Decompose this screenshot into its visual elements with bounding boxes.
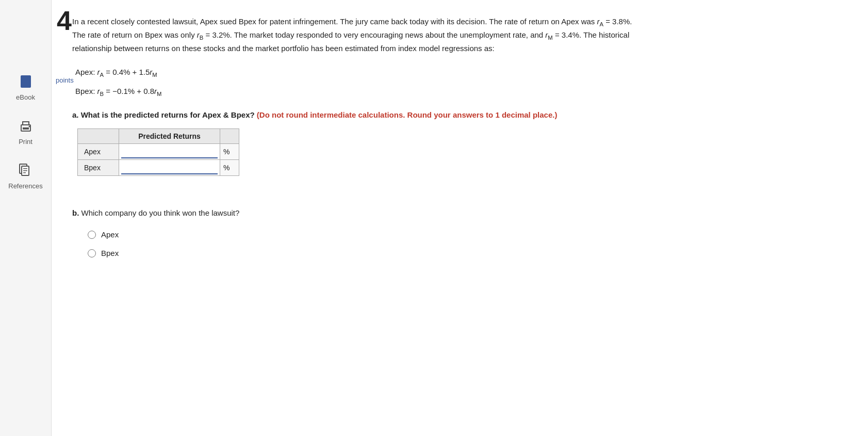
- apex-row-label: Apex: [78, 143, 119, 159]
- bpex-pct-label: %: [220, 159, 239, 175]
- sidebar-item-ebook[interactable]: eBook: [16, 72, 35, 101]
- apex-radio[interactable]: [88, 231, 96, 239]
- svg-rect-2: [22, 79, 29, 80]
- question-number: 4: [57, 5, 72, 36]
- apex-radio-label: Apex: [101, 229, 119, 241]
- table-row-apex: Apex %: [78, 143, 239, 159]
- ebook-label: eBook: [16, 93, 35, 101]
- references-label: References: [8, 182, 42, 190]
- print-label: Print: [19, 138, 32, 146]
- bpex-equation: Bpex: rB = −0.1% + 0.8rM: [75, 84, 640, 99]
- apex-input-cell[interactable]: [119, 143, 220, 159]
- bpex-row-label: Bpex: [78, 159, 119, 175]
- bpex-radio[interactable]: [88, 249, 96, 257]
- radio-option-bpex[interactable]: Bpex: [88, 247, 640, 260]
- radio-option-apex[interactable]: Apex: [88, 229, 640, 241]
- svg-rect-3: [22, 82, 27, 83]
- part-b: b. Which company do you think won the la…: [72, 207, 640, 260]
- bpex-radio-label: Bpex: [101, 247, 119, 260]
- problem-text: In a recent closely contested lawsuit, A…: [72, 15, 640, 260]
- points-label: points: [56, 76, 74, 84]
- predicted-returns-table: Predicted Returns Apex % Bpex: [77, 128, 239, 176]
- part-a: a. What is the predicted returns for Ape…: [72, 109, 640, 176]
- svg-rect-5: [23, 127, 29, 130]
- sidebar-item-print[interactable]: Print: [17, 117, 35, 146]
- radio-group-company: Apex Bpex: [88, 229, 640, 260]
- svg-rect-10: [23, 170, 27, 171]
- part-a-instruction: (Do not round intermediate calculations.…: [257, 110, 558, 119]
- apex-pct-label: %: [220, 143, 239, 159]
- table-row-bpex: Bpex %: [78, 159, 239, 175]
- sidebar: eBook Print References: [0, 0, 52, 436]
- bpex-input-cell[interactable]: [119, 159, 220, 175]
- references-icon: [16, 161, 35, 180]
- ebook-icon: [17, 72, 35, 91]
- svg-rect-1: [22, 77, 29, 78]
- main-content: 4 points In a recent closely contested l…: [52, 0, 868, 436]
- apex-equation: Apex: rA = 0.4% + 1.5rM: [75, 65, 640, 80]
- svg-point-6: [28, 126, 30, 127]
- sidebar-item-references[interactable]: References: [8, 161, 42, 190]
- apex-return-input[interactable]: [121, 145, 218, 158]
- table-header-predicted-returns: Predicted Returns: [119, 128, 220, 143]
- svg-rect-11: [23, 172, 26, 173]
- bpex-return-input[interactable]: [121, 161, 218, 174]
- svg-rect-9: [23, 168, 27, 169]
- print-icon: [17, 117, 35, 135]
